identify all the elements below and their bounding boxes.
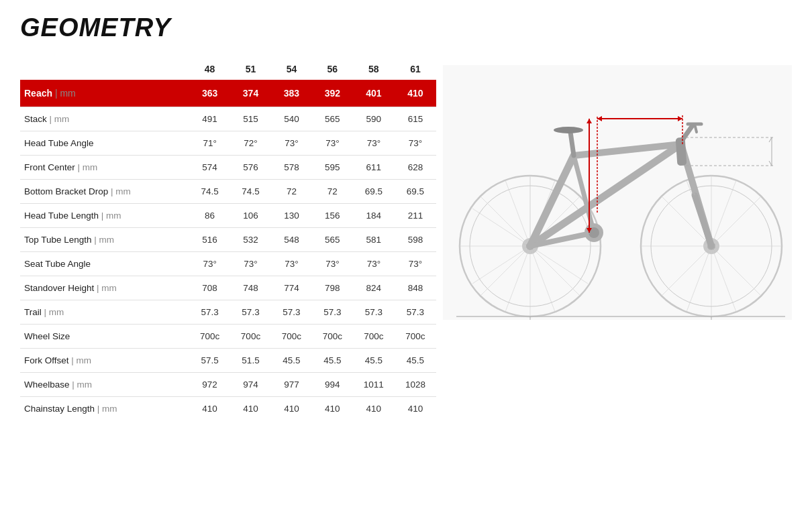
row-value-5: 69.5 (395, 180, 436, 204)
row-label: Trail | mm (20, 300, 189, 325)
svg-point-38 (554, 127, 583, 133)
bike-diagram (443, 65, 792, 320)
table-row: Fork Offset | mm57.551.545.545.545.545.5 (20, 349, 436, 373)
row-value-3: 73° (312, 252, 353, 276)
row-value-5: 1028 (395, 373, 436, 397)
row-value-4: 57.3 (353, 300, 395, 325)
header-size-58: 58 (353, 58, 395, 80)
row-label: Top Tube Length | mm (20, 228, 189, 252)
bike-diagram-section (443, 58, 792, 320)
row-value-3: 798 (312, 276, 353, 300)
row-label: Front Center | mm (20, 156, 189, 180)
header-size-61: 61 (395, 58, 436, 80)
row-unit: | mm (97, 404, 117, 414)
row-label-text: Reach (24, 88, 52, 99)
row-value-1: 576 (230, 156, 271, 180)
row-value-3: 994 (312, 373, 353, 397)
row-value-1: 72° (230, 131, 271, 156)
row-label-text: Fork Offset (24, 355, 69, 365)
row-unit: | mm (44, 307, 64, 317)
table-row: Top Tube Length | mm516532548565581598 (20, 228, 436, 252)
row-value-0: 71° (189, 131, 230, 156)
row-label: Head Tube Length | mm (20, 204, 189, 228)
table-header-row: 48 51 54 56 58 61 (20, 58, 436, 80)
row-value-1: 515 (230, 107, 271, 131)
row-value-0: 410 (189, 397, 230, 421)
row-label-text: Bottom Bracket Drop (24, 186, 108, 196)
row-value-5: 598 (395, 228, 436, 252)
row-value-4: 581 (353, 228, 395, 252)
row-value-2: 548 (271, 228, 312, 252)
header-size-51: 51 (230, 58, 271, 80)
row-value-5: 73° (395, 252, 436, 276)
table-row: Wheel Size700c700c700c700c700c700c (20, 325, 436, 349)
row-unit: | mm (55, 88, 76, 99)
table-row: Head Tube Angle71°72°73°73°73°73° (20, 131, 436, 156)
table-row: Standover Height | mm708748774798824848 (20, 276, 436, 300)
row-value-2: 72 (271, 180, 312, 204)
row-value-3: 595 (312, 156, 353, 180)
table-row: Head Tube Length | mm86106130156184211 (20, 204, 436, 228)
row-label: Reach | mm (20, 80, 189, 107)
row-label: Wheelbase | mm (20, 373, 189, 397)
row-label-text: Wheel Size (24, 331, 70, 341)
row-value-0: 86 (189, 204, 230, 228)
table-row: Stack | mm491515540565590615 (20, 107, 436, 131)
row-value-1: 51.5 (230, 349, 271, 373)
row-value-1: 700c (230, 325, 271, 349)
row-value-1: 410 (230, 397, 271, 421)
row-label: Standover Height | mm (20, 276, 189, 300)
row-unit: | mm (71, 355, 91, 365)
row-value-1: 748 (230, 276, 271, 300)
svg-rect-36 (676, 137, 687, 166)
row-value-4: 184 (353, 204, 395, 228)
row-value-2: 410 (271, 397, 312, 421)
row-value-0: 708 (189, 276, 230, 300)
row-value-1: 974 (230, 373, 271, 397)
row-value-3: 565 (312, 107, 353, 131)
row-value-5: 628 (395, 156, 436, 180)
row-value-1: 532 (230, 228, 271, 252)
row-value-5: 410 (395, 80, 436, 107)
table-row-highlight: Reach | mm363374383392401410 (20, 80, 436, 107)
row-value-4: 1011 (353, 373, 395, 397)
header-size-48: 48 (189, 58, 230, 80)
table-row: Front Center | mm574576578595611628 (20, 156, 436, 180)
row-label-text: Standover Height (24, 283, 94, 293)
row-label: Bottom Bracket Drop | mm (20, 180, 189, 204)
row-label: Head Tube Angle (20, 131, 189, 156)
row-value-0: 972 (189, 373, 230, 397)
row-value-0: 700c (189, 325, 230, 349)
row-value-4: 410 (353, 397, 395, 421)
row-value-4: 824 (353, 276, 395, 300)
header-size-54: 54 (271, 58, 312, 80)
header-size-56: 56 (312, 58, 353, 80)
row-label-text: Head Tube Length (24, 211, 99, 221)
row-unit: | mm (72, 380, 92, 390)
row-label: Stack | mm (20, 107, 189, 131)
row-value-0: 73° (189, 252, 230, 276)
row-value-5: 615 (395, 107, 436, 131)
row-value-2: 578 (271, 156, 312, 180)
row-label-text: Chainstay Length (24, 404, 95, 414)
row-label-text: Top Tube Length (24, 235, 92, 245)
row-value-0: 491 (189, 107, 230, 131)
row-value-3: 73° (312, 131, 353, 156)
row-value-2: 540 (271, 107, 312, 131)
row-value-1: 374 (230, 80, 271, 107)
row-value-2: 45.5 (271, 349, 312, 373)
table-row: Trail | mm57.357.357.357.357.357.3 (20, 300, 436, 325)
row-value-4: 611 (353, 156, 395, 180)
row-value-3: 700c (312, 325, 353, 349)
row-value-1: 74.5 (230, 180, 271, 204)
table-row: Bottom Bracket Drop | mm74.574.5727269.5… (20, 180, 436, 204)
row-value-3: 392 (312, 80, 353, 107)
row-value-4: 45.5 (353, 349, 395, 373)
row-unit: | mm (101, 211, 121, 221)
row-value-5: 410 (395, 397, 436, 421)
row-value-2: 73° (271, 252, 312, 276)
row-value-0: 57.3 (189, 300, 230, 325)
row-label: Fork Offset | mm (20, 349, 189, 373)
row-unit: | mm (50, 114, 70, 124)
geometry-table: 48 51 54 56 58 61 Reach | mm363374383392… (20, 58, 436, 420)
